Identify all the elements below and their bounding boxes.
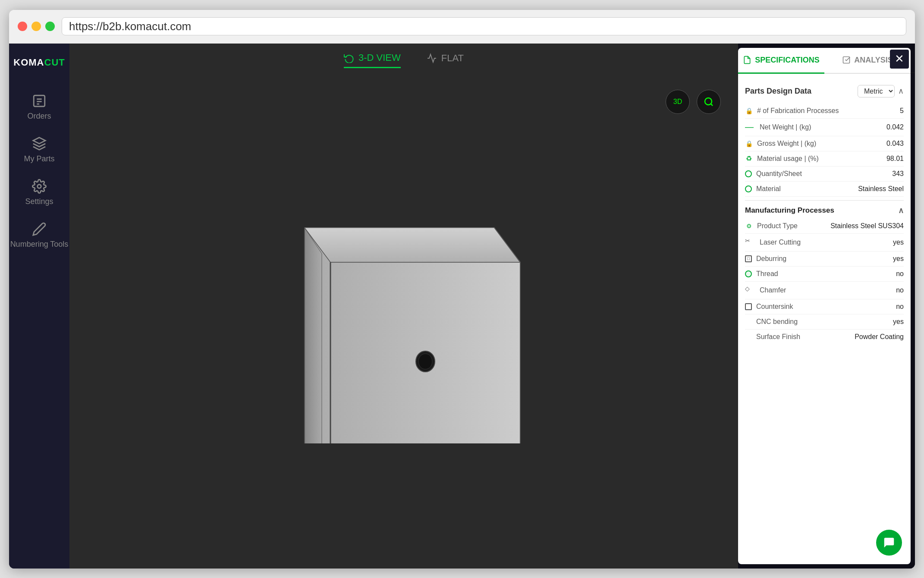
- part-3d-model: [253, 202, 555, 443]
- chamfer-icon: ◇: [745, 285, 755, 295]
- chat-icon: [883, 536, 896, 549]
- viewer-area: 3-D VIEW FLAT: [69, 44, 738, 569]
- sidebar-item-numbering-tools-label: Numbering Tools: [10, 240, 69, 249]
- svg-point-31: [705, 98, 712, 105]
- specifications-icon: [743, 56, 751, 64]
- manufacturing-title: Manufacturing Processes: [745, 206, 834, 215]
- sidebar-logo: KOMACUT: [13, 52, 65, 73]
- divider-1: [745, 200, 904, 201]
- chat-button[interactable]: [876, 530, 902, 556]
- svg-line-32: [711, 104, 713, 105]
- svg-marker-4: [33, 137, 45, 143]
- maximize-traffic-light[interactable]: [45, 22, 55, 31]
- 3d-view-icon: [344, 53, 354, 63]
- laser-cutting-icon: ✂: [745, 237, 755, 248]
- browser-window: https://b2b.komacut.com KOMACUT Orders M…: [9, 10, 915, 569]
- circle-icon-2: [745, 185, 752, 192]
- sidebar-item-orders[interactable]: Orders: [9, 86, 69, 129]
- cnc-bending-icon: [745, 319, 751, 325]
- dash-icon: —: [745, 122, 755, 132]
- spec-row-cnc-bending: CNC bending yes: [745, 314, 904, 330]
- app-container: KOMACUT Orders My Parts Settings Numberi…: [9, 44, 915, 569]
- flat-view-icon: [427, 53, 437, 63]
- spec-row-laser-cutting: ✂ Laser Cutting yes: [745, 234, 904, 251]
- sidebar-item-my-parts-label: My Parts: [24, 154, 54, 163]
- spec-row-surface-finish: Surface Finish Powder Coating: [745, 330, 904, 344]
- viewer-controls: 3D: [666, 90, 721, 114]
- svg-point-15: [418, 354, 432, 369]
- recycle-icon: ♻: [745, 155, 753, 163]
- orders-icon: [32, 94, 47, 108]
- manufacturing-collapse[interactable]: ∧: [898, 206, 904, 215]
- right-panel: SPECIFICATIONS ANALYSIS Parts Design Dat…: [738, 48, 911, 564]
- sidebar: KOMACUT Orders My Parts Settings Numberi…: [9, 44, 69, 569]
- settings-icon: [32, 179, 47, 194]
- sidebar-item-my-parts[interactable]: My Parts: [9, 129, 69, 171]
- spec-row-thread: Thread no: [745, 267, 904, 282]
- sidebar-item-settings-label: Settings: [25, 197, 53, 206]
- panel-content: Parts Design Data Metric ∧ 🔒 # of: [738, 74, 911, 564]
- spec-row-product-type: ⚙ Product Type Stainless Steel SUS304: [745, 219, 904, 234]
- manufacturing-section-header: Manufacturing Processes ∧: [745, 206, 904, 215]
- tab-flat[interactable]: FLAT: [427, 52, 464, 68]
- svg-point-5: [38, 184, 41, 188]
- svg-rect-33: [843, 57, 850, 63]
- viewer-3d-canvas: 3D: [69, 77, 738, 569]
- 3d-rotate-button[interactable]: 3D: [666, 90, 690, 114]
- countersink-icon: [745, 303, 752, 310]
- modal-overlay: ✕ 3-D VIEW FLAT: [69, 44, 915, 569]
- spec-row-material-usage: ♻ Material usage | (%) 98.01: [745, 151, 904, 166]
- analysis-icon: [842, 56, 851, 64]
- gear-icon: ⚙: [745, 222, 753, 230]
- viewer-tabs: 3-D VIEW FLAT: [69, 44, 738, 77]
- zoom-search-button[interactable]: [697, 90, 721, 114]
- traffic-lights: [18, 22, 55, 31]
- parts-design-collapse[interactable]: ∧: [898, 86, 904, 96]
- main-area: Request for Quotes KI Komaspec Info INST…: [69, 44, 915, 569]
- spec-row-material: Material Stainless Steel: [745, 182, 904, 197]
- tab-specifications[interactable]: SPECIFICATIONS: [738, 48, 824, 74]
- numbering-tools-icon: [32, 222, 47, 236]
- spec-row-fabrication: 🔒 # of Fabrication Processes 5: [745, 104, 904, 119]
- surface-finish-icon: [745, 334, 751, 340]
- logo-text: KOMACUT: [13, 57, 65, 68]
- unit-select[interactable]: Metric: [858, 85, 895, 97]
- spec-row-countersink: Countersink no: [745, 299, 904, 314]
- thread-icon: [745, 270, 752, 277]
- tab-3d-view[interactable]: 3-D VIEW: [344, 52, 401, 68]
- sidebar-item-settings[interactable]: Settings: [9, 171, 69, 214]
- lock-icon-2: 🔒: [745, 140, 753, 148]
- url-text: https://b2b.komacut.com: [69, 20, 191, 33]
- lock-icon: 🔒: [745, 107, 753, 115]
- spec-row-quantity-sheet: Quantity/Sheet 343: [745, 166, 904, 182]
- sidebar-item-orders-label: Orders: [27, 112, 51, 121]
- close-button[interactable]: ✕: [890, 50, 909, 69]
- parts-design-title: Parts Design Data: [745, 87, 811, 96]
- close-traffic-light[interactable]: [18, 22, 27, 31]
- spec-row-gross-weight: 🔒 Gross Weight | (kg) 0.043: [745, 136, 904, 151]
- my-parts-icon: [32, 136, 47, 151]
- browser-chrome: https://b2b.komacut.com: [9, 10, 915, 44]
- search-icon: [704, 97, 714, 107]
- minimize-traffic-light[interactable]: [31, 22, 41, 31]
- svg-marker-7: [305, 228, 322, 443]
- sidebar-item-numbering-tools[interactable]: Numbering Tools: [9, 214, 69, 257]
- address-bar[interactable]: https://b2b.komacut.com: [62, 17, 906, 35]
- deburring-icon: □: [745, 255, 752, 262]
- panel-tabs: SPECIFICATIONS ANALYSIS: [738, 48, 911, 74]
- spec-row-deburring: □ Deburring yes: [745, 251, 904, 267]
- spec-row-chamfer: ◇ Chamfer no: [745, 282, 904, 299]
- parts-design-section-header: Parts Design Data Metric ∧: [745, 85, 904, 97]
- svg-marker-8: [305, 228, 520, 262]
- spec-row-net-weight: — Net Weight | (kg) 0.042: [745, 119, 904, 136]
- circle-icon-1: [745, 170, 752, 177]
